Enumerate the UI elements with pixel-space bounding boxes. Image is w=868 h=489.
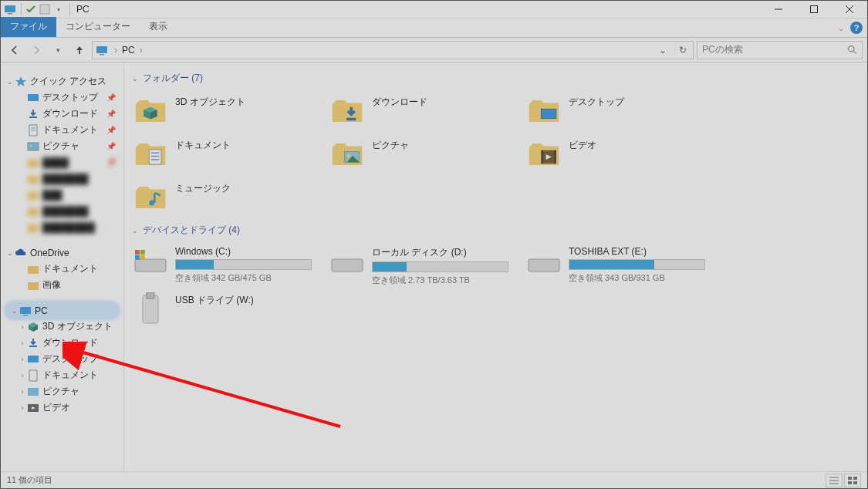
cloud-icon	[15, 247, 27, 259]
svg-rect-63	[147, 292, 154, 298]
folder-3d-objects[interactable]: 3D オブジェクト	[129, 91, 326, 134]
usage-bar	[372, 261, 508, 272]
svg-rect-4	[811, 6, 818, 13]
tree-item[interactable]: ███	[1, 187, 123, 203]
svg-rect-67	[848, 477, 852, 480]
document-icon	[27, 124, 39, 137]
svg-rect-20	[28, 176, 39, 184]
breadcrumb-pc[interactable]: PC	[119, 45, 138, 56]
tree-od-documents[interactable]: ドキュメント	[1, 261, 123, 277]
svg-rect-70	[853, 481, 857, 484]
search-icon	[847, 45, 857, 55]
star-icon	[15, 76, 27, 88]
svg-marker-11	[15, 76, 26, 86]
folder-pictures[interactable]: ピクチャ	[326, 134, 522, 177]
pc-icon	[19, 305, 32, 317]
nav-tree: ⌄ クイック アクセス デスクトップ📌 ダウンロード📌 ドキュメント📌 ピクチャ…	[1, 62, 124, 473]
cube-icon	[27, 321, 39, 333]
svg-rect-1	[8, 13, 12, 15]
help-icon[interactable]: ?	[850, 22, 863, 34]
tree-label: クイック アクセス	[30, 75, 106, 88]
desktop-icon	[27, 353, 39, 366]
tree-item[interactable]: ███████	[1, 203, 123, 219]
svg-rect-0	[5, 5, 15, 12]
tree-pc[interactable]: ⌄ PC	[5, 302, 119, 319]
content-pane: ⌄フォルダー (7) 3D オブジェクト ダウンロード デスクトップ ドキュメン…	[124, 62, 867, 473]
download-folder-icon	[329, 93, 366, 130]
app-icon	[4, 3, 16, 15]
download-icon	[27, 108, 39, 120]
drive-e[interactable]: TOSHIBA EXT (E:) 空き領域 343 GB/931 GB	[522, 243, 719, 291]
folder-downloads[interactable]: ダウンロード	[326, 91, 522, 134]
up-button[interactable]	[70, 41, 89, 59]
address-bar[interactable]: › PC › ⌄ ↻	[92, 41, 694, 59]
icons-view-button[interactable]	[844, 474, 861, 487]
drive-c[interactable]: Windows (C:) 空き領域 342 GB/475 GB	[129, 243, 326, 291]
svg-rect-54	[135, 259, 166, 271]
svg-rect-51	[554, 150, 556, 164]
qat-dropdown-icon[interactable]: ▾	[52, 3, 65, 15]
tree-documents[interactable]: ドキュメント📌	[1, 122, 123, 138]
minimize-button[interactable]	[761, 1, 796, 19]
folders-grid: 3D オブジェクト ダウンロード デスクトップ ドキュメント ピクチャ ビデオ	[129, 91, 860, 221]
group-folders[interactable]: ⌄フォルダー (7)	[129, 69, 860, 91]
svg-rect-62	[143, 295, 158, 323]
drive-w[interactable]: USB ドライブ (W:)	[129, 291, 326, 339]
forward-button[interactable]	[27, 41, 46, 59]
tree-quick-access[interactable]: ⌄ クイック アクセス	[1, 73, 123, 89]
tree-pc-3d[interactable]: ›3D オブジェクト	[1, 319, 123, 335]
svg-rect-2	[40, 5, 49, 14]
tab-file[interactable]: ファイル	[1, 17, 56, 37]
svg-rect-13	[29, 116, 37, 118]
svg-rect-19	[28, 160, 39, 167]
qat-save-icon[interactable]	[25, 3, 37, 15]
tree-pc-documents[interactable]: ›ドキュメント	[1, 367, 123, 383]
tree-pc-pictures[interactable]: ›ピクチャ	[1, 383, 123, 400]
folder-desktop[interactable]: デスクトップ	[522, 91, 719, 134]
folder-documents[interactable]: ドキュメント	[129, 134, 326, 177]
drive-d[interactable]: ローカル ディスク (D:) 空き領域 2.73 TB/3.63 TB	[326, 243, 522, 291]
close-button[interactable]	[832, 1, 867, 19]
download-icon	[27, 337, 39, 349]
tree-pc-videos[interactable]: ›ビデオ	[1, 400, 123, 416]
video-icon	[27, 402, 39, 414]
tree-desktop[interactable]: デスクトップ📌	[1, 89, 123, 106]
maximize-button[interactable]	[796, 1, 832, 19]
tree-pc-downloads[interactable]: ›ダウンロード	[1, 335, 123, 351]
folder-videos[interactable]: ビデオ	[522, 134, 719, 177]
svg-rect-56	[135, 250, 140, 255]
back-button[interactable]	[5, 41, 24, 59]
svg-rect-17	[28, 143, 39, 150]
svg-rect-33	[29, 370, 37, 381]
usb-drive-icon	[132, 294, 169, 325]
svg-rect-25	[28, 282, 39, 290]
tree-item[interactable]: ███████	[1, 170, 123, 187]
ribbon-collapse-icon[interactable]: ⌄	[838, 24, 844, 32]
pin-icon: 📌	[106, 142, 116, 150]
svg-rect-69	[848, 481, 852, 484]
refresh-button[interactable]: ↻	[674, 45, 690, 56]
tree-item[interactable]: ████████	[1, 219, 123, 235]
svg-point-47	[347, 154, 350, 157]
details-view-button[interactable]	[826, 474, 843, 487]
tab-computer[interactable]: コンピューター	[56, 17, 140, 37]
tree-pictures[interactable]: ピクチャ📌	[1, 138, 123, 154]
tab-view[interactable]: 表示	[140, 17, 177, 37]
tree-od-images[interactable]: 画像	[1, 277, 123, 293]
group-drives[interactable]: ⌄デバイスとドライブ (4)	[129, 221, 860, 243]
chevron-right-icon[interactable]: ›	[138, 45, 144, 56]
chevron-right-icon[interactable]: ›	[113, 45, 119, 56]
qat-properties-icon[interactable]	[39, 3, 51, 15]
recent-locations-button[interactable]: ▾	[49, 41, 67, 59]
svg-rect-58	[135, 255, 140, 260]
pc-icon	[96, 44, 108, 56]
tree-onedrive[interactable]: ⌄ OneDrive	[1, 244, 123, 261]
tree-pc-desktop[interactable]: ›デスクトップ	[1, 351, 123, 367]
search-box[interactable]: PCの検索	[697, 41, 863, 59]
tree-item[interactable]: ████📌	[1, 154, 123, 170]
folder-icon	[27, 279, 39, 292]
pin-icon: 📌	[106, 93, 116, 102]
folder-music[interactable]: ミュージック	[129, 177, 326, 221]
tree-downloads[interactable]: ダウンロード📌	[1, 106, 123, 122]
address-dropdown-icon[interactable]: ⌄	[654, 45, 671, 56]
